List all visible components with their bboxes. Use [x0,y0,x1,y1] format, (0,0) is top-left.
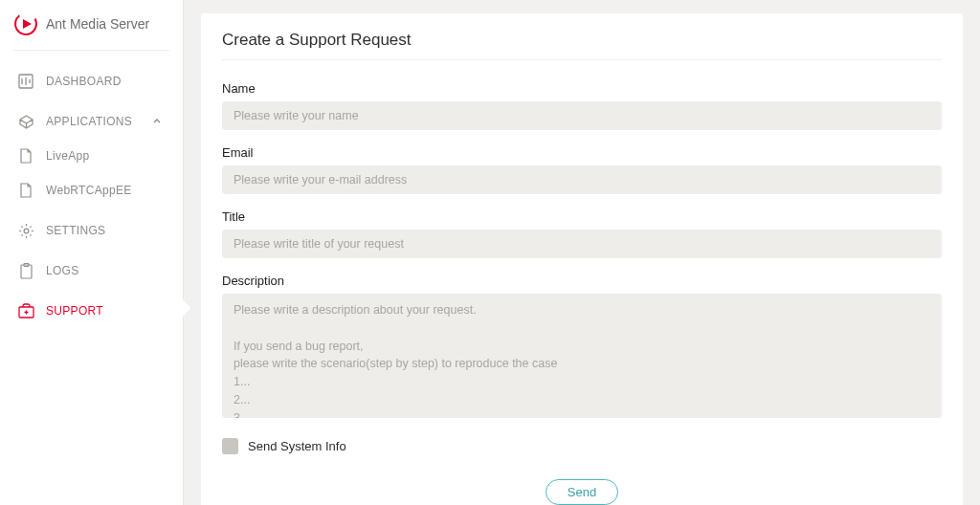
title-input[interactable] [222,230,942,258]
send-row: Send [222,479,942,505]
email-label: Email [222,145,942,160]
name-input[interactable] [222,101,942,130]
nav-app-webrtc[interactable]: WebRTCAppEE [0,173,183,208]
nav-settings-label: SETTINGS [46,224,105,237]
name-label: Name [222,81,942,96]
svg-rect-4 [21,265,32,278]
gear-icon [17,222,34,239]
send-system-info-row: Send System Info [222,438,942,454]
description-label: Description [222,274,942,288]
nav-support[interactable]: SUPPORT [0,294,183,328]
nav-dashboard[interactable]: DASHBOARD [0,64,183,99]
divider [13,50,169,51]
nav-applications-label: APPLICATIONS [46,115,132,128]
page-title: Create a Support Request [222,31,942,60]
sidebar-nav: DASHBOARD APPLICATIONS LiveApp [0,58,183,328]
nav-support-label: SUPPORT [46,304,103,318]
nav-logs[interactable]: LOGS [0,253,183,288]
sidebar: Ant Media Server DASHBOARD APPLICATIONS [0,0,184,505]
nav-applications-children: LiveApp WebRTCAppEE [0,139,183,208]
clipboard-icon [17,262,34,279]
nav-app-liveapp[interactable]: LiveApp [0,139,183,173]
support-icon [17,302,34,319]
send-system-info-label: Send System Info [248,439,346,453]
send-button[interactable]: Send [546,479,618,505]
brand: Ant Media Server [0,0,183,46]
nav-app-webrtc-label: WebRTCAppEE [46,184,132,197]
nav-settings[interactable]: SETTINGS [0,213,183,248]
file-icon [17,147,34,165]
nav-logs-label: LOGS [46,264,79,277]
field-description: Description [222,274,942,421]
field-name: Name [222,81,942,130]
send-system-info-checkbox[interactable] [222,438,238,454]
nav-applications[interactable]: APPLICATIONS [0,104,183,139]
email-input[interactable] [222,165,942,194]
dashboard-icon [17,73,34,90]
applications-icon [17,113,34,130]
support-form-card: Create a Support Request Name Email Titl… [201,13,963,505]
active-indicator-icon [183,299,191,317]
svg-point-3 [24,229,29,233]
chevron-up-icon [148,113,166,130]
field-title: Title [222,209,942,258]
main-content: Create a Support Request Name Email Titl… [184,0,980,505]
brand-logo-icon [13,11,38,36]
field-email: Email [222,145,942,194]
brand-title: Ant Media Server [46,16,149,32]
nav-app-liveapp-label: LiveApp [46,149,89,163]
svg-marker-1 [23,19,32,29]
title-label: Title [222,209,942,224]
description-textarea[interactable] [222,294,942,418]
file-icon [17,182,34,199]
nav-dashboard-label: DASHBOARD [46,75,122,88]
